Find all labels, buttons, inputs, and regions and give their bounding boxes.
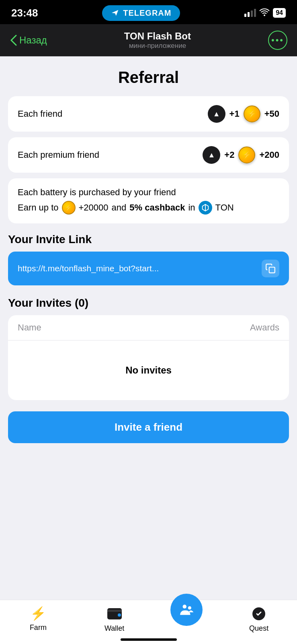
ton-badge: [199, 201, 212, 215]
nav-bar: Назад TON Flash Bot мини-приложение •••: [0, 24, 297, 56]
each-friend-coins: +50: [264, 109, 279, 119]
your-invites-header: Your Invites (0): [8, 297, 289, 310]
nav-title: TON Flash Bot: [124, 31, 191, 42]
nav-item-wallet[interactable]: Wallet: [94, 606, 135, 633]
each-friend-card: Each friend ▲ +1 +50: [8, 96, 289, 132]
each-friend-label: Each friend: [18, 109, 62, 119]
triangle-icon-2: ▲: [208, 151, 215, 159]
each-premium-count: +2: [224, 150, 234, 160]
nav-item-farm[interactable]: ⚡ Farm: [18, 606, 58, 632]
battery-in: in: [188, 202, 195, 213]
invite-friend-button[interactable]: Invite a friend: [8, 411, 289, 443]
coin-small-icon: ⚡: [62, 201, 76, 215]
invite-link-box[interactable]: https://t.me/tonflash_mine_bot?start...: [8, 252, 289, 285]
nav-item-quest[interactable]: Quest: [239, 606, 279, 633]
status-icons: 94: [244, 8, 286, 18]
copy-icon: [265, 263, 276, 274]
invite-link-header: Your Invite Link: [8, 233, 289, 246]
no-invites-message: No invites: [8, 341, 289, 400]
triangle-badge-1: ▲: [208, 105, 225, 123]
status-time: 23:48: [11, 7, 38, 19]
battery-ton-label: TON: [215, 202, 234, 213]
invites-table: Name Awards No invites: [8, 315, 289, 400]
content-area: Each friend ▲ +1 +50 Each premium friend…: [0, 96, 297, 451]
nav-menu-button[interactable]: •••: [268, 31, 287, 50]
each-friend-count: +1: [229, 109, 240, 119]
svg-point-7: [188, 606, 191, 609]
main-content: Referral Each friend ▲ +1 +50 Each premi…: [0, 56, 297, 644]
invite-link-url: https://t.me/tonflash_mine_bot?start...: [18, 264, 255, 273]
each-premium-badges: ▲ +2 +200: [203, 146, 279, 164]
home-indicator: [121, 638, 177, 641]
wallet-label: Wallet: [104, 624, 124, 633]
col-name: Name: [18, 322, 250, 333]
table-header: Name Awards: [8, 315, 289, 341]
farm-icon: ⚡: [30, 606, 46, 621]
ton-icon: [201, 203, 210, 212]
back-button[interactable]: Назад: [10, 35, 47, 46]
quest-icon: [251, 606, 267, 622]
telegram-icon: [111, 8, 120, 17]
telegram-badge: TELEGRAM: [102, 5, 180, 21]
each-friend-badges: ▲ +1 +50: [208, 105, 279, 123]
svg-rect-2: [269, 267, 275, 273]
coin-icon-2: [238, 147, 255, 163]
referral-center-icon: [179, 602, 194, 617]
triangle-badge-2: ▲: [203, 146, 220, 164]
nav-subtitle: мини-приложение: [124, 42, 191, 50]
battery-card: Each battery is purchased by your friend…: [8, 178, 289, 223]
wifi-icon: [259, 8, 270, 18]
each-premium-friend-card: Each premium friend ▲ +2 +200: [8, 137, 289, 173]
col-awards: Awards: [250, 322, 279, 333]
nav-center-button[interactable]: [170, 594, 203, 626]
back-arrow-icon: [10, 35, 17, 46]
back-label: Назад: [19, 35, 47, 46]
battery-indicator: 94: [273, 8, 286, 18]
signal-bars: [244, 9, 256, 17]
svg-point-6: [183, 605, 187, 609]
triangle-icon-1: ▲: [213, 110, 220, 118]
telegram-label: TELEGRAM: [123, 8, 171, 18]
battery-coin-amount: +20000: [79, 202, 109, 213]
bottom-nav: ⚡ Farm Wallet Quest: [0, 600, 297, 644]
coin-icon-1: [244, 105, 260, 122]
page-title: Referral: [0, 56, 297, 96]
three-dots-icon: •••: [271, 36, 284, 45]
status-bar: 23:48 TELEGRAM 94: [0, 0, 297, 24]
battery-earn-prefix: Earn up to: [18, 202, 59, 213]
battery-line2: Earn up to ⚡ +20000 and 5% cashback in T…: [18, 201, 279, 215]
wallet-icon: [107, 606, 123, 620]
farm-label: Farm: [30, 623, 47, 632]
each-premium-coins: +200: [259, 150, 279, 160]
svg-rect-4: [107, 610, 122, 612]
wallet-icon-wrap: [107, 606, 123, 622]
each-premium-label: Each premium friend: [18, 150, 99, 160]
battery-line1: Each battery is purchased by your friend: [18, 187, 279, 198]
copy-button[interactable]: [262, 260, 279, 277]
quest-label: Quest: [249, 624, 268, 633]
invites-section: Your Invites (0) Name Awards No invites: [8, 297, 289, 400]
battery-cashback: 5% cashback: [129, 202, 185, 213]
battery-and: and: [112, 202, 127, 213]
svg-point-5: [118, 613, 121, 617]
nav-title-area: TON Flash Bot мини-приложение: [124, 31, 191, 50]
